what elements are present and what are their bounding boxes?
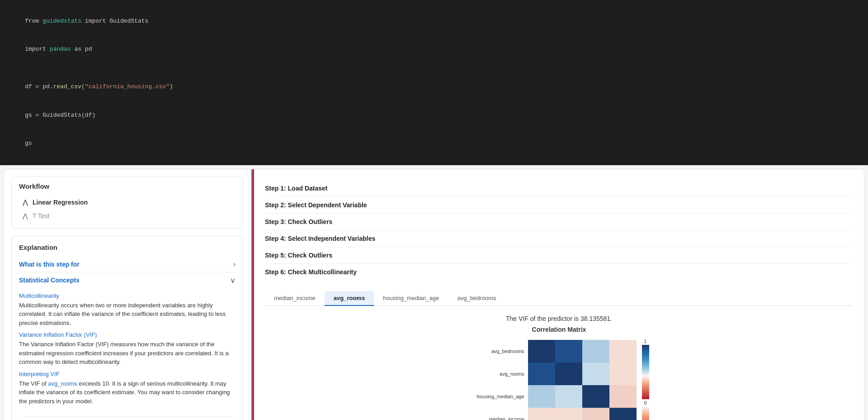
scale-bar-lower [642,406,649,420]
cell-3-1 [555,408,582,420]
workflow-box: Workflow ⋀ Linear Regression ⋀ T Test [11,177,243,229]
heatmap-cells: avg_bedrooms avg_rooms housing_median_ag… [528,340,637,420]
heatmap-wrapper: avg_bedrooms avg_rooms housing_median_ag… [265,339,853,420]
step-6: Step 6: Check Multicollinearity [265,264,853,280]
cell-1-0 [528,363,555,385]
scale-bar [642,345,649,399]
explanation-box: Explanation What is this step for › Stat… [11,236,243,420]
cell-0-1 [555,340,582,363]
vif-link[interactable]: Variance Inflation Factor (VIF) [19,331,97,338]
cell-0-0 [528,340,555,363]
cell-2-2 [582,385,609,408]
vertical-divider [250,169,254,420]
right-panel: Step 1: Load Dataset Step 2: Select Depe… [254,169,864,420]
code-line-2: import pandas as pd [11,35,857,63]
code-line-1: from guidedstats import GuidedStats [11,7,857,35]
statistical-concepts-label: Statistical Concepts [19,277,80,284]
tree-icon: ⋀ [21,198,29,206]
code-line-4: df = pd.read_csv("california_housing.csv… [11,73,857,101]
main-container: Workflow ⋀ Linear Regression ⋀ T Test Ex… [4,169,864,420]
row-label-median-income: median_income [469,408,528,420]
statistical-concepts-header[interactable]: Statistical Concepts ∨ [19,272,236,288]
cell-0-3 [609,340,637,363]
code-line-3 [11,64,857,73]
avg-rooms-link[interactable]: avg_rooms [48,380,77,387]
what-is-section-header[interactable]: What is this step for › [19,257,236,272]
tabs-container: median_income avg_rooms housing_median_a… [265,291,853,306]
cell-3-3 [609,408,637,420]
row-label-avg-rooms: avg_rooms [469,363,528,385]
workflow-item-linear-regression[interactable]: ⋀ Linear Regression [19,196,236,209]
heatmap-main: avg_bedrooms avg_rooms housing_median_ag… [469,340,637,420]
heatmap-row-3 [528,385,637,408]
cell-2-1 [555,385,582,408]
workflow-title: Workflow [19,182,236,190]
heatmap-row-1 [528,340,637,363]
step-5: Step 5: Check Outliers [265,247,853,264]
step-2: Step 2: Select Dependent Variable [265,197,853,214]
cell-0-2 [582,340,609,363]
explanation-title: Explanation [19,243,236,251]
code-line-5: gs = GuidedStats(df) [11,101,857,129]
step-1: Step 1: Load Dataset [265,180,853,197]
code-line-6: gs [11,129,857,158]
scale-top-label: 1 [644,339,646,344]
chevron-right-icon: › [233,260,236,268]
row-label-avg-bedrooms: avg_bedrooms [469,340,528,363]
matrix-title: Correlation Matrix [265,326,853,333]
vif-text: The Variance Inflation Factor (VIF) meas… [19,340,236,367]
left-panel: Workflow ⋀ Linear Regression ⋀ T Test Ex… [4,169,250,420]
chevron-down-icon: ∨ [230,276,236,285]
row-label-housing-median-age: housing_median_age [469,385,528,408]
tab-housing-median-age[interactable]: housing_median_age [374,291,448,306]
vif-value-text: The VIF of the predictor is 38.135581. [265,315,853,322]
code-block: from guidedstats import GuidedStats impo… [0,0,868,165]
scale-mid-label: 0 [644,400,646,406]
cell-1-1 [555,363,582,385]
tab-avg-bedrooms[interactable]: avg_bedrooms [448,291,505,306]
statistical-concepts-content: Multicollinearity Multicollinearity occu… [19,288,236,413]
step-4: Step 4: Select Independent Variables [265,230,853,247]
steps-list: Step 1: Load Dataset Step 2: Select Depe… [265,177,853,284]
cell-2-0 [528,385,555,408]
tree-icon-2: ⋀ [21,212,29,220]
what-can-section: What can you do for this step? ∨ Conside… [19,416,236,420]
interpreting-vif-link[interactable]: Interpreting VIF [19,371,60,377]
cell-2-3 [609,385,637,408]
correlation-area: The VIF of the predictor is 38.135581. C… [265,311,853,420]
cell-3-2 [582,408,609,420]
row-labels: avg_bedrooms avg_rooms housing_median_ag… [469,340,528,420]
color-scale: 1 0 -1 [642,339,649,420]
cell-3-0 [528,408,555,420]
tab-median-income[interactable]: median_income [265,291,325,306]
step-3: Step 3: Check Outliers [265,214,853,230]
multicollinearity-text: Multicollinearity occurs when two or mor… [19,301,236,328]
heatmap-rows: avg_bedrooms avg_rooms housing_median_ag… [469,340,637,420]
tab-avg-rooms[interactable]: avg_rooms [325,291,374,306]
cell-1-3 [609,363,637,385]
multicollinearity-link[interactable]: Multicollinearity [19,292,59,299]
interpreting-vif-text: The VIF of avg_rooms exceeds 10. It is a… [19,379,236,406]
cell-1-2 [582,363,609,385]
heatmap-row-2 [528,363,637,385]
what-is-label: What is this step for [19,261,80,268]
workflow-item-t-test[interactable]: ⋀ T Test [19,209,236,223]
heatmap-row-4 [528,408,637,420]
